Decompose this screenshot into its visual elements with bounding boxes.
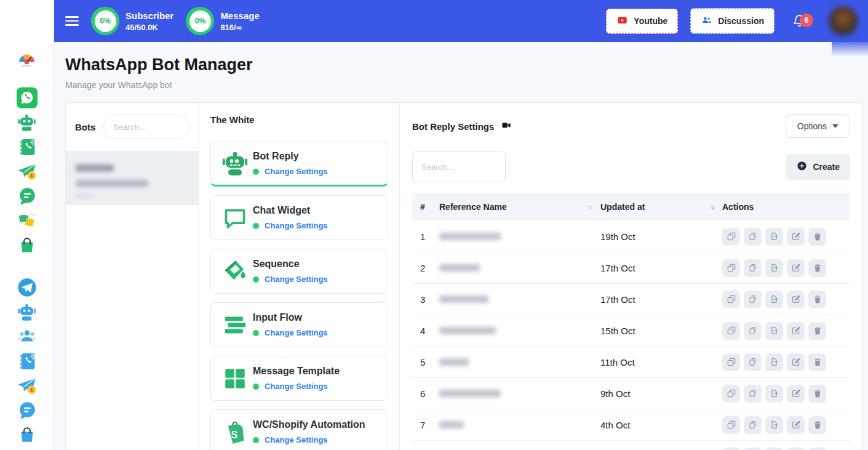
duplicate-button[interactable] [744, 228, 762, 246]
sort-icon-updated-at[interactable]: ↑↓ [709, 204, 714, 211]
message-progress-ring: 0% [186, 7, 214, 35]
redacted-reference-name [439, 327, 496, 334]
delete-button[interactable] [808, 385, 826, 403]
sidebar-item-whatsapp-contacts[interactable] [17, 137, 38, 158]
setting-card-sequence[interactable]: SequenceChange Settings [210, 249, 388, 294]
export-button[interactable] [765, 259, 783, 277]
updated-at: 15th Oct [600, 326, 722, 336]
bot-manager-card: Bots The White Bot ReplyChange SettingsC… [65, 102, 863, 450]
duplicate-button[interactable] [744, 353, 762, 371]
setting-card-title: Input Flow [253, 312, 328, 323]
redacted-reference-name [439, 233, 501, 240]
setting-card-title: Chat Widget [253, 205, 328, 216]
export-button[interactable] [765, 322, 783, 340]
duplicate-button[interactable] [744, 322, 762, 340]
copy-button[interactable] [722, 353, 740, 371]
edit-button[interactable] [787, 416, 805, 434]
copy-button[interactable] [722, 385, 740, 403]
edit-button[interactable] [787, 322, 805, 340]
status-dot [253, 169, 259, 175]
edit-button[interactable] [787, 259, 805, 277]
change-settings-link[interactable]: Change Settings [265, 328, 328, 337]
bots-search-input[interactable] [103, 115, 189, 139]
youtube-button[interactable]: Youtube [606, 9, 678, 34]
sidebar-item-telegram[interactable] [17, 277, 38, 298]
row-index: 3 [412, 294, 439, 305]
export-button[interactable] [765, 448, 783, 450]
delete-button[interactable] [808, 448, 826, 450]
sort-icon-reference-name[interactable]: ↑↓ [587, 204, 592, 211]
message-stat: 0% Message 816/∞ [186, 7, 259, 35]
change-settings-link[interactable]: Change Settings [265, 167, 328, 176]
updated-at: 11th Oct [600, 357, 722, 368]
export-button[interactable] [765, 228, 783, 246]
sidebar-item-telegram-broadcast[interactable]: 1 [17, 376, 38, 396]
sidebar-item-telegram-store[interactable] [17, 425, 38, 446]
sidebar-item-telegram-group[interactable] [17, 326, 38, 347]
sidebar-item-telegram-contacts[interactable] [17, 351, 38, 372]
setting-card-bot-reply[interactable]: Bot ReplyChange Settings [210, 142, 388, 187]
export-button[interactable] [765, 353, 783, 371]
sidebar-item-whatsapp[interactable] [17, 87, 38, 108]
video-tutorial-icon[interactable] [501, 121, 512, 132]
duplicate-button[interactable] [744, 259, 762, 277]
sidebar-item-whatsapp-bot[interactable] [17, 112, 38, 133]
sidebar-item-telegram-chat[interactable] [17, 400, 38, 421]
notifications-button[interactable]: 6 [792, 12, 808, 30]
create-button[interactable]: Create [786, 154, 850, 180]
delete-button[interactable] [808, 416, 826, 434]
setting-card-input-flow[interactable]: Input FlowChange Settings [210, 302, 388, 347]
sidebar-item-whatsapp-chat[interactable] [17, 186, 38, 207]
app-sidebar: 11 [0, 0, 54, 450]
change-settings-link[interactable]: Change Settings [265, 435, 328, 444]
edit-button[interactable] [787, 291, 805, 308]
edit-button[interactable] [787, 353, 805, 371]
duplicate-button[interactable] [744, 448, 762, 450]
sidebar-item-whatsapp-broadcast[interactable]: 1 [17, 161, 38, 182]
change-settings-link[interactable]: Change Settings [265, 382, 328, 391]
delete-button[interactable] [808, 291, 826, 308]
discussion-button[interactable]: Discussion [690, 8, 774, 34]
duplicate-button[interactable] [744, 291, 762, 308]
delete-button[interactable] [808, 228, 826, 246]
avatar[interactable] [829, 6, 858, 36]
copy-button[interactable] [722, 448, 740, 450]
change-settings-link[interactable]: Change Settings [265, 221, 328, 230]
setting-card-message-template[interactable]: Message TemplateChange Settings [210, 356, 388, 401]
options-button[interactable]: Options [786, 115, 850, 138]
duplicate-button[interactable] [744, 385, 762, 403]
delete-button[interactable] [808, 353, 826, 371]
export-button[interactable] [765, 416, 783, 434]
copy-button[interactable] [722, 259, 740, 277]
edit-button[interactable] [787, 448, 805, 450]
sidebar-item-telegram-bot[interactable] [17, 302, 38, 323]
sidebar-item-integrations[interactable] [17, 211, 38, 231]
table-search-input[interactable] [412, 151, 506, 182]
create-button-label: Create [813, 162, 840, 172]
copy-button[interactable] [722, 416, 740, 434]
setting-card-title: Sequence [253, 259, 328, 270]
copy-button[interactable] [722, 291, 740, 308]
edit-button[interactable] [787, 228, 805, 246]
row-index: 4 [412, 326, 439, 336]
export-button[interactable] [765, 385, 783, 403]
sidebar-item-whatsapp-store[interactable] [17, 235, 38, 256]
copy-button[interactable] [722, 228, 740, 246]
menu-toggle-icon[interactable] [65, 16, 79, 26]
sidebar-item-dashboard[interactable] [17, 49, 38, 70]
bot-list-item-selected[interactable] [66, 151, 199, 205]
duplicate-button[interactable] [744, 416, 762, 434]
status-dot [253, 330, 259, 336]
discussion-icon [701, 15, 712, 27]
table-row: 119th Oct [412, 221, 850, 252]
delete-button[interactable] [808, 259, 826, 277]
delete-button[interactable] [808, 322, 826, 340]
setting-card-chat-widget[interactable]: Chat WidgetChange Settings [210, 195, 388, 240]
copy-button[interactable] [722, 322, 740, 340]
change-settings-link[interactable]: Change Settings [265, 275, 328, 284]
row-actions [722, 322, 850, 340]
setting-card-wc-shopify[interactable]: SWC/Shopify AutomationChange Settings [210, 409, 388, 450]
export-button[interactable] [765, 291, 783, 308]
edit-button[interactable] [787, 385, 805, 403]
redacted-reference-name [439, 264, 480, 271]
